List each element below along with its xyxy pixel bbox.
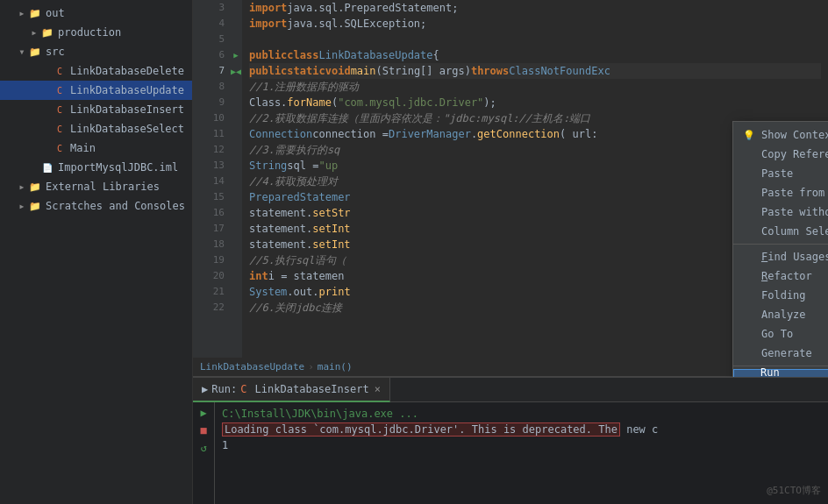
- kw-public7: public: [249, 63, 287, 79]
- tree-arrow-extlibs: [16, 181, 28, 193]
- sidebar-item-src[interactable]: src: [0, 42, 192, 61]
- menu-copy-ref[interactable]: Copy Reference Ctrl+Alt+Shift+C: [733, 145, 828, 164]
- ln-12: 12: [198, 142, 225, 158]
- panel-stop-btn[interactable]: ■: [195, 422, 212, 439]
- tree-spacer6: [28, 161, 40, 174]
- menu-label-pastehist: Paste from History...: [761, 187, 828, 199]
- menu-col-select[interactable]: Column Selection Mode Alt+Shift+Ins: [733, 222, 828, 241]
- paste-icon: [742, 167, 756, 181]
- menu-paste-history[interactable]: Paste from History... Ctrl+Shift+V: [733, 183, 828, 202]
- tree-spacer3: [40, 103, 53, 116]
- comment19: //5.执行sql语句（: [249, 252, 346, 268]
- sidebar-item-delete[interactable]: C LinkDatabaseDelete: [0, 61, 192, 81]
- paste-hist-icon: [742, 186, 756, 200]
- menu-show-context[interactable]: 💡 Show Context Actions Alt+↵: [733, 125, 828, 145]
- breadcrumb-file[interactable]: LinkDatabaseUpdate: [200, 361, 304, 373]
- sidebar-item-production[interactable]: production: [0, 23, 192, 42]
- sidebar-item-insert[interactable]: C LinkDatabaseInsert: [0, 100, 192, 119]
- tree-arrow-production: [28, 26, 40, 39]
- tree-arrow-out: [16, 7, 28, 19]
- gutter-16: [230, 205, 242, 221]
- bottom-panel: ▶ Run: C LinkDatabaseInsert × ▶ ■ ↺: [193, 377, 828, 504]
- run-config-name: LinkDatabaseInsert: [255, 383, 369, 395]
- ln-14: 14: [198, 174, 225, 189]
- comment10: //2.获取数据库连接（里面内容依次是："jdbc:mysql://主机名:端口: [249, 110, 590, 126]
- ln-16: 16: [198, 205, 225, 221]
- menu-item-left-findusages: Find Usages: [742, 250, 828, 264]
- menu-find-usages[interactable]: Find Usages Alt+F7: [733, 247, 828, 266]
- tab-run-config: C LinkDatabaseInsert: [240, 383, 369, 395]
- sidebar-label-main: Main: [70, 142, 96, 154]
- ln-13: 13: [198, 158, 225, 174]
- main-layout: out production src C LinkDatabaseDelete …: [0, 0, 828, 504]
- sidebar-item-update[interactable]: C LinkDatabaseUpdate: [0, 81, 192, 100]
- watermark: @51CTO博客: [767, 484, 821, 497]
- sidebar-item-select[interactable]: C LinkDatabaseSelect: [0, 119, 192, 138]
- output-warn-deprecated: Loading class `com.mysql.jdbc.Driver'. T…: [222, 422, 620, 437]
- code-line-7: public static void main(String[] args) t…: [249, 63, 821, 79]
- ln-5: 5: [198, 32, 225, 47]
- editor-content[interactable]: 3 4 5 6 7 8 9 10 11 12 13 14 15 16 17 18: [193, 0, 828, 377]
- method-gc11: getConnection: [477, 126, 560, 142]
- gutter-15: [230, 189, 242, 205]
- menu-item-left-analyze: Analyze: [742, 308, 806, 322]
- gutter-20: [230, 268, 242, 284]
- menu-analyze[interactable]: Analyze: [733, 305, 828, 324]
- analyze-icon: [742, 308, 756, 322]
- close-tab-icon[interactable]: ×: [375, 383, 381, 395]
- tree-arrow-scratches: [16, 200, 28, 212]
- breadcrumb-method[interactable]: main(): [318, 361, 353, 373]
- menu-label-folding: Folding: [761, 289, 806, 302]
- sidebar-item-scratches[interactable]: Scratches and Consoles: [0, 196, 192, 216]
- kw-class6: class: [287, 47, 318, 63]
- code-line-8: //1.注册数据库的驱动: [249, 79, 821, 95]
- run-config-icon: C: [240, 383, 246, 395]
- classname6: LinkDatabaseUpdate: [318, 47, 432, 63]
- menu-label-copyref: Copy Reference: [761, 148, 828, 160]
- sidebar-label-delete: LinkDatabaseDelete: [70, 65, 184, 77]
- refactor-icon: [742, 269, 756, 283]
- bulb-icon: 💡: [742, 128, 756, 142]
- paste-noformat-icon: [742, 205, 756, 219]
- panel-content: ▶ ■ ↺ C:\Install\JDK\bin\java.exe ... Lo…: [193, 402, 828, 504]
- menu-label-pastenoformat: Paste without Formatting: [761, 206, 828, 218]
- menu-label-run: Run 'LinkDatabaseUp....main()': [760, 366, 828, 377]
- kw-static7: static: [287, 63, 325, 79]
- ln-18: 18: [198, 237, 225, 252]
- menu-paste-noformat[interactable]: Paste without Formatting Ctrl+Alt+Shift+…: [733, 202, 828, 222]
- panel-run-btn[interactable]: ▶: [195, 404, 212, 422]
- menu-goto[interactable]: Go To: [733, 324, 828, 344]
- method-setint18: setInt: [312, 237, 350, 252]
- sidebar: out production src C LinkDatabaseDelete …: [0, 0, 193, 504]
- method-setint17: setInt: [312, 221, 350, 237]
- menu-label-paste: Paste: [761, 167, 793, 180]
- sidebar-label-iml: ImportMysqlJDBC.iml: [58, 161, 178, 174]
- output-line-result: 1: [222, 437, 821, 453]
- folder-icon-production: [40, 25, 54, 39]
- panel-rerun-btn[interactable]: ↺: [195, 439, 212, 457]
- menu-generate[interactable]: Generate Alt+Ins: [733, 344, 828, 363]
- tab-run[interactable]: ▶ Run: C LinkDatabaseInsert ×: [193, 378, 390, 402]
- menu-refactor[interactable]: Refactor: [733, 266, 828, 286]
- kw-import3: import: [249, 0, 287, 16]
- menu-run-main[interactable]: ▶ Run 'LinkDatabaseUp....main()' Ctrl+Sh…: [733, 369, 828, 377]
- menu-paste[interactable]: Paste Ctrl+V: [733, 164, 828, 183]
- ln-7: 7: [198, 63, 225, 79]
- sidebar-item-out[interactable]: out: [0, 4, 192, 23]
- gutter-7[interactable]: ▶◀: [230, 63, 242, 79]
- sidebar-item-iml[interactable]: 📄 ImportMysqlJDBC.iml: [0, 158, 192, 177]
- sidebar-item-ext-libs[interactable]: External Libraries: [0, 177, 192, 196]
- tree-spacer4: [40, 123, 53, 135]
- tree-spacer5: [40, 142, 53, 154]
- ln-17: 17: [198, 221, 225, 237]
- menu-folding[interactable]: Folding: [733, 286, 828, 305]
- gutter-22: [230, 300, 242, 316]
- menu-item-left-generate: Generate: [742, 346, 812, 360]
- sidebar-item-main[interactable]: C Main: [0, 138, 192, 158]
- menu-sep1: [733, 244, 828, 245]
- ln-15: 15: [198, 189, 225, 205]
- iml-icon: 📄: [40, 160, 54, 174]
- type-sys21: System: [249, 284, 287, 300]
- java-icon-insert: C: [53, 103, 67, 117]
- code-line-9: Class.forName("com.mysql.jdbc.Driver");: [249, 95, 821, 110]
